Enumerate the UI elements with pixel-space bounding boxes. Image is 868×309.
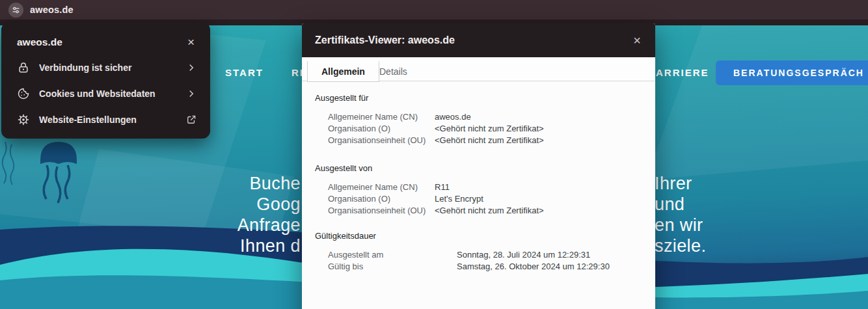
field-label: Organisation (O) <box>328 123 435 135</box>
dialog-header[interactable]: Zertifikats-Viewer: aweos.de × <box>302 23 655 57</box>
cert-field-row: Allgemeiner Name (CN) R11 <box>328 181 642 193</box>
cert-field-row: Organisationseinheit (OU) <Gehört nicht … <box>328 205 642 217</box>
nav-item-partial-right[interactable]: ARRIERE <box>656 59 709 87</box>
certificate-content: Ausgestellt für Allgemeiner Name (CN) aw… <box>302 81 655 273</box>
section-heading: Gültigkeitsdauer <box>315 231 642 241</box>
cert-field-row: Ausgestellt am Sonntag, 28. Juli 2024 um… <box>328 249 642 261</box>
chevron-right-icon <box>185 62 197 74</box>
field-label: Allgemeiner Name (CN) <box>328 181 435 193</box>
cert-field-row: Allgemeiner Name (CN) aweos.de <box>328 111 642 123</box>
tune-icon <box>12 6 20 14</box>
cert-field-row: Organisation (O) Let's Encrypt <box>328 193 642 205</box>
field-label: Organisationseinheit (OU) <box>328 205 435 217</box>
section-validity: Gültigkeitsdauer Ausgestellt am Sonntag,… <box>315 231 642 273</box>
dialog-title: Zertifikats-Viewer: aweos.de <box>315 34 455 46</box>
menu-item-label: Verbindung ist sicher <box>39 62 185 73</box>
menu-item-cookies[interactable]: Cookies und Websitedaten <box>1 81 210 107</box>
field-label: Ausgestellt am <box>328 249 457 261</box>
screen: START RI ARRIERE BERATUNGSGESPRÄCH Buche… <box>0 0 868 309</box>
field-value: aweos.de <box>435 111 471 123</box>
nav-item-start[interactable]: START <box>225 59 264 87</box>
field-value: Samstag, 26. Oktober 2024 um 12:29:30 <box>457 261 610 273</box>
popup-header: aweos.de × <box>1 22 210 55</box>
url-text[interactable]: aweos.de <box>30 5 74 15</box>
lock-icon <box>17 61 30 74</box>
field-value: Let's Encrypt <box>435 193 483 205</box>
field-value: <Gehört nicht zum Zertifikat> <box>435 135 544 146</box>
section-issued-by: Ausgestellt von Allgemeiner Name (CN) R1… <box>315 163 642 217</box>
site-settings-badge[interactable] <box>8 3 23 18</box>
menu-item-label: Cookies und Websitedaten <box>39 88 185 99</box>
field-value: R11 <box>435 181 450 193</box>
diagonal-shape <box>646 0 868 180</box>
cert-field-row: Gültig bis Samstag, 26. Oktober 2024 um … <box>328 261 642 273</box>
section-issued-to: Ausgestellt für Allgemeiner Name (CN) aw… <box>315 93 642 146</box>
cookie-icon <box>17 87 30 100</box>
popup-close-button[interactable]: × <box>185 33 197 51</box>
field-label: Organisationseinheit (OU) <box>328 135 435 146</box>
hero-heading-right-fragment: Ihrer und en wir sziele. <box>655 173 868 256</box>
menu-item-label: Website-Einstellungen <box>39 114 185 125</box>
hero-heading-left-fragment: Buche Goog Anfrage Ihnen d <box>0 173 301 256</box>
field-label: Gültig bis <box>328 261 457 273</box>
section-heading: Ausgestellt für <box>315 93 642 103</box>
browser-address-bar[interactable]: aweos.de <box>0 0 868 20</box>
field-label: Organisation (O) <box>328 193 435 205</box>
field-value: <Gehört nicht zum Zertifikat> <box>435 123 544 135</box>
certificate-viewer-dialog: Zertifikats-Viewer: aweos.de × Allgemein… <box>302 23 655 309</box>
dialog-tabstrip: Allgemein Details <box>302 57 655 81</box>
dialog-close-button[interactable]: × <box>631 31 644 49</box>
tab-allgemein[interactable]: Allgemein <box>307 61 379 82</box>
cert-field-row: Organisation (O) <Gehört nicht zum Zerti… <box>328 123 642 135</box>
field-value: Sonntag, 28. Juli 2024 um 12:29:31 <box>457 249 590 261</box>
menu-item-site-settings[interactable]: Website-Einstellungen <box>1 107 210 133</box>
site-info-popup: aweos.de × Verbindung ist sicher Cookies… <box>1 22 210 139</box>
external-link-icon <box>185 114 197 126</box>
field-value: <Gehört nicht zum Zertifikat> <box>435 205 544 217</box>
beratungsgespraech-button[interactable]: BERATUNGSGESPRÄCH <box>716 60 868 85</box>
section-heading: Ausgestellt von <box>315 163 642 173</box>
field-label: Allgemeiner Name (CN) <box>328 111 435 123</box>
chevron-right-icon <box>185 88 197 100</box>
cert-field-row: Organisationseinheit (OU) <Gehört nicht … <box>328 135 642 146</box>
gear-icon <box>17 113 30 126</box>
popup-title: aweos.de <box>17 36 62 48</box>
menu-item-connection-secure[interactable]: Verbindung ist sicher <box>1 55 210 81</box>
